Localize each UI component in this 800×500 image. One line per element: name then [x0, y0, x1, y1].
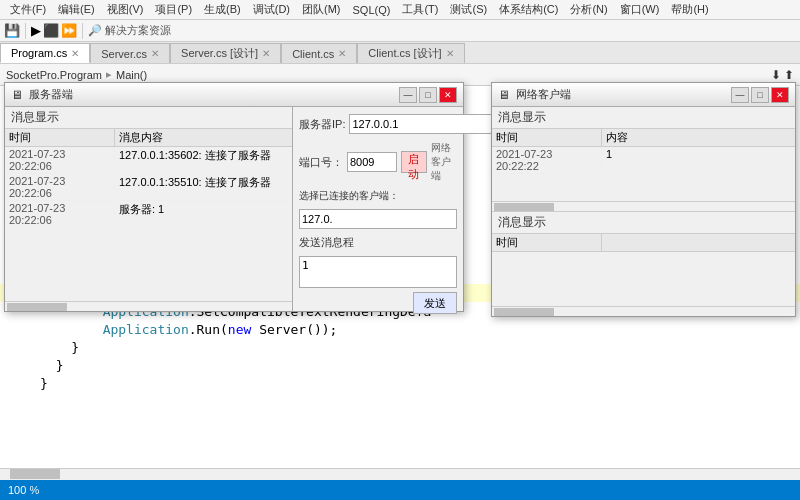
menu-item-p[interactable]: 项目(P)	[149, 2, 198, 17]
client-window-title: 网络客户端	[516, 87, 731, 102]
server-msg-row-2: 2021-07-23 20:22:06 127.0.0.1:35510: 连接了…	[5, 174, 292, 201]
toolbar-separator	[25, 23, 26, 39]
toolbar-icon-3: ⬛	[43, 23, 59, 38]
addr-separator: ▸	[106, 68, 112, 81]
server-window: 🖥 服务器端 — □ ✕ 消息显示 时间 消息内容 2021-07-23 20:…	[4, 82, 464, 312]
namespace-label: SocketPro.Program	[6, 69, 102, 81]
server-ctrl-panel: 服务器IP: 启动服务 端口号： 启动 网络客户端 选择已连接的客户端： 发送消…	[293, 107, 463, 311]
client-msg2-title: 消息显示	[492, 211, 795, 234]
server-msg-row-1: 2021-07-23 20:22:06 127.0.0.1:35602: 连接了…	[5, 147, 292, 174]
client-window-icon: 🖥	[498, 88, 512, 102]
client-msg-header: 时间 内容	[492, 129, 795, 147]
status-bar: 100 %	[0, 480, 800, 500]
menu-item-b[interactable]: 生成(B)	[198, 2, 247, 17]
client-window-controls: — □ ✕	[731, 87, 789, 103]
code-hscrollbar[interactable]	[0, 468, 800, 480]
toolbar-text: 🔎 解决方案资源	[88, 23, 171, 38]
toolbar: 💾 ▶ ⬛ ⏩ 🔎 解决方案资源	[0, 20, 800, 42]
server-hscroll-thumb[interactable]	[7, 303, 67, 311]
server-minimize-btn[interactable]: —	[399, 87, 417, 103]
menu-item-n[interactable]: 分析(N)	[564, 2, 613, 17]
code-line-close1: }	[0, 338, 800, 356]
client-col-time: 时间	[492, 129, 602, 146]
client-minimize-btn[interactable]: —	[731, 87, 749, 103]
server-msg-panel: 消息显示 时间 消息内容 2021-07-23 20:22:06 127.0.0…	[5, 107, 293, 311]
server-connect-row: 选择已连接的客户端：	[299, 189, 457, 203]
code-hscroll-thumb[interactable]	[10, 469, 60, 479]
menu-item-m[interactable]: 团队(M)	[296, 2, 347, 17]
menu-item-t[interactable]: 工具(T)	[396, 2, 444, 17]
menu-item-v[interactable]: 视图(V)	[101, 2, 150, 17]
send-msg-label: 发送消息程	[299, 235, 457, 250]
client-titlebar: 🖥 网络客户端 — □ ✕	[492, 83, 795, 107]
client-col2-time: 时间	[492, 234, 602, 251]
send-btn[interactable]: 发送	[413, 292, 457, 314]
client-msg2-header: 时间	[492, 234, 795, 252]
send-textarea[interactable]: 1	[299, 256, 457, 288]
menu-item-s[interactable]: 测试(S)	[444, 2, 493, 17]
inner-dialog-trigger: 网络客户端	[431, 141, 457, 183]
toolbar-separator2	[82, 23, 83, 39]
tab-1[interactable]: Server.cs✕	[90, 43, 170, 63]
code-line-close3: }	[0, 374, 800, 392]
server-ip-input[interactable]	[349, 114, 493, 134]
server-connect-label: 选择已连接的客户端：	[299, 189, 399, 203]
menu-item-w[interactable]: 窗口(W)	[614, 2, 666, 17]
server-col-content: 消息内容	[115, 129, 292, 146]
tab-close-1[interactable]: ✕	[151, 48, 159, 59]
client-hscroll-thumb2[interactable]	[494, 308, 554, 316]
toolbar-icon-1: 💾	[4, 23, 20, 38]
tab-0[interactable]: Program.cs✕	[0, 43, 90, 63]
server-msg-title: 消息显示	[5, 107, 292, 129]
menu-bar: // render menu inline after DOM ready 文件…	[0, 0, 800, 20]
server-connect-input-row	[299, 209, 457, 229]
server-msg-header: 时间 消息内容	[5, 129, 292, 147]
client-window: 🖥 网络客户端 — □ ✕ 消息显示 时间 内容 2021-07-23 20:2…	[491, 82, 796, 317]
server-maximize-btn[interactable]: □	[419, 87, 437, 103]
server-port-row: 端口号： 启动 网络客户端	[299, 141, 457, 183]
server-port-input[interactable]	[347, 152, 397, 172]
server-col-time: 时间	[5, 129, 115, 146]
server-msg-rows[interactable]: 2021-07-23 20:22:06 127.0.0.1:35602: 连接了…	[5, 147, 292, 301]
tab-close-0[interactable]: ✕	[71, 48, 79, 59]
client-msg-title: 消息显示	[492, 107, 795, 129]
server-titlebar: 🖥 服务器端 — □ ✕	[5, 83, 463, 107]
menu-item-e[interactable]: 编辑(E)	[52, 2, 101, 17]
client-msg-rows[interactable]: 2021-07-23 20:22:22 1	[492, 147, 795, 201]
tab-close-2[interactable]: ✕	[262, 48, 270, 59]
status-text: 100 %	[8, 484, 39, 496]
client-maximize-btn[interactable]: □	[751, 87, 769, 103]
server-window-title: 服务器端	[29, 87, 399, 102]
menu-item-d[interactable]: 调试(D)	[247, 2, 296, 17]
server-window-controls: — □ ✕	[399, 87, 457, 103]
client-body: 消息显示 时间 内容 2021-07-23 20:22:22 1 消息显示 时间	[492, 107, 795, 316]
server-connect-input[interactable]	[299, 209, 457, 229]
code-line-close2: }	[0, 356, 800, 374]
tab-close-4[interactable]: ✕	[446, 48, 454, 59]
client-hscrollbar[interactable]	[492, 201, 795, 211]
menu-item-sqlq[interactable]: SQL(Q)	[347, 4, 397, 16]
tab-4[interactable]: Client.cs [设计]✕	[357, 43, 464, 63]
tab-3[interactable]: Client.cs✕	[281, 43, 357, 63]
toolbar-icon-4: ⏩	[61, 23, 77, 38]
tab-close-3[interactable]: ✕	[338, 48, 346, 59]
send-area: 1 发送	[299, 256, 457, 314]
menu-item-c[interactable]: 体系结构(C)	[493, 2, 564, 17]
server-body: 消息显示 时间 消息内容 2021-07-23 20:22:06 127.0.0…	[5, 107, 463, 311]
server-hscrollbar[interactable]	[5, 301, 292, 311]
start-btn2[interactable]: 启动	[401, 151, 427, 173]
server-ip-label: 服务器IP:	[299, 117, 345, 132]
client-hscrollbar2[interactable]	[492, 306, 795, 316]
server-close-btn[interactable]: ✕	[439, 87, 457, 103]
client-msg2-rows[interactable]	[492, 252, 795, 306]
client-hscroll-thumb[interactable]	[494, 203, 554, 211]
method-label: Main()	[116, 69, 147, 81]
menu-item-f[interactable]: 文件(F)	[4, 2, 52, 17]
menu-item-h[interactable]: 帮助(H)	[665, 2, 714, 17]
toolbar-icon-2: ▶	[31, 23, 41, 38]
server-msg-row-3: 2021-07-23 20:22:06 服务器: 1	[5, 201, 292, 228]
addr-arrow: ⬇ ⬆	[771, 68, 794, 82]
server-ip-row: 服务器IP: 启动服务	[299, 113, 457, 135]
client-close-btn[interactable]: ✕	[771, 87, 789, 103]
tab-2[interactable]: Server.cs [设计]✕	[170, 43, 281, 63]
